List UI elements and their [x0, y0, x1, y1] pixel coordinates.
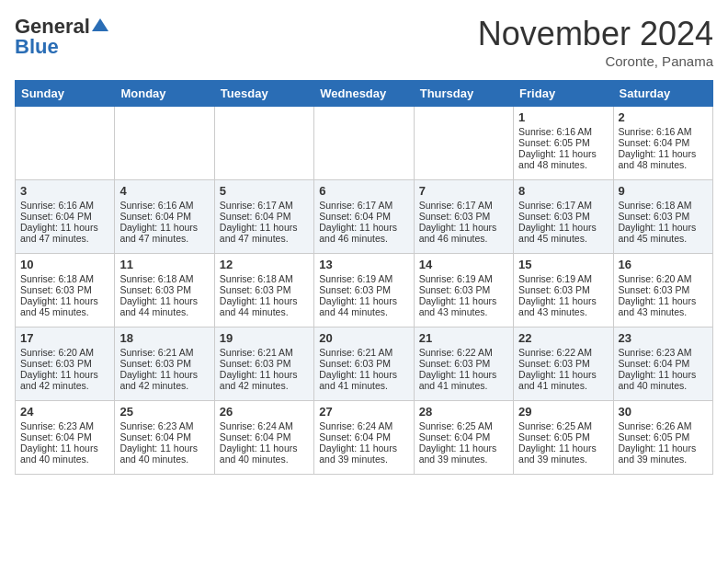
- day-number: 2: [619, 110, 708, 124]
- sunset-text: Sunset: 6:04 PM: [20, 211, 109, 222]
- calendar-cell: 12Sunrise: 6:18 AMSunset: 6:03 PMDayligh…: [214, 254, 313, 327]
- sunset-text: Sunset: 6:04 PM: [220, 211, 309, 222]
- sunset-text: Sunset: 6:04 PM: [20, 431, 109, 442]
- daylight-text: Daylight: 11 hours and 39 minutes.: [619, 442, 708, 465]
- logo-blue: Blue: [15, 35, 59, 59]
- sunrise-text: Sunrise: 6:19 AM: [518, 273, 608, 284]
- calendar-cell: 9Sunrise: 6:18 AMSunset: 6:03 PMDaylight…: [613, 180, 712, 254]
- calendar-cell: 30Sunrise: 6:26 AMSunset: 6:05 PMDayligh…: [613, 401, 712, 475]
- location: Coronte, Panama: [478, 53, 713, 69]
- day-number: 23: [619, 331, 708, 345]
- day-number: 25: [119, 405, 209, 419]
- day-number: 15: [518, 258, 608, 271]
- day-number: 22: [518, 331, 608, 345]
- daylight-text: Daylight: 11 hours and 44 minutes.: [220, 295, 309, 317]
- daylight-text: Daylight: 11 hours and 46 minutes.: [419, 222, 508, 244]
- daylight-text: Daylight: 11 hours and 40 minutes.: [619, 369, 708, 391]
- daylight-text: Daylight: 11 hours and 48 minutes.: [518, 148, 608, 170]
- daylight-text: Daylight: 11 hours and 44 minutes.: [119, 295, 209, 317]
- calendar-cell: 27Sunrise: 6:24 AMSunset: 6:04 PMDayligh…: [314, 401, 414, 475]
- calendar-cell: 1Sunrise: 6:16 AMSunset: 6:05 PMDaylight…: [514, 107, 613, 180]
- calendar-cell: 3Sunrise: 6:16 AMSunset: 6:04 PMDaylight…: [16, 180, 115, 254]
- calendar-day-header: Wednesday: [314, 81, 414, 107]
- daylight-text: Daylight: 11 hours and 41 minutes.: [319, 369, 408, 391]
- daylight-text: Daylight: 11 hours and 40 minutes.: [119, 442, 209, 465]
- daylight-text: Daylight: 11 hours and 47 minutes.: [20, 222, 109, 244]
- calendar-cell: 24Sunrise: 6:23 AMSunset: 6:04 PMDayligh…: [16, 401, 115, 475]
- calendar-table: SundayMondayTuesdayWednesdayThursdayFrid…: [15, 80, 713, 475]
- sunset-text: Sunset: 6:04 PM: [319, 431, 408, 442]
- calendar-cell: 17Sunrise: 6:20 AMSunset: 6:03 PMDayligh…: [16, 327, 115, 401]
- calendar-cell: 5Sunrise: 6:17 AMSunset: 6:04 PMDaylight…: [214, 180, 313, 254]
- sunset-text: Sunset: 6:03 PM: [119, 358, 209, 369]
- day-number: 10: [20, 258, 109, 271]
- sunrise-text: Sunrise: 6:18 AM: [220, 273, 309, 284]
- day-number: 26: [220, 405, 309, 419]
- sunset-text: Sunset: 6:03 PM: [619, 211, 708, 222]
- daylight-text: Daylight: 11 hours and 46 minutes.: [319, 222, 408, 244]
- calendar-cell: 7Sunrise: 6:17 AMSunset: 6:03 PMDaylight…: [414, 180, 513, 254]
- sunrise-text: Sunrise: 6:20 AM: [619, 273, 708, 284]
- day-number: 20: [319, 331, 408, 345]
- sunset-text: Sunset: 6:03 PM: [319, 284, 408, 295]
- calendar-cell: 25Sunrise: 6:23 AMSunset: 6:04 PMDayligh…: [115, 401, 214, 475]
- daylight-text: Daylight: 11 hours and 41 minutes.: [419, 369, 508, 391]
- day-number: 30: [619, 405, 708, 419]
- sunset-text: Sunset: 6:03 PM: [319, 358, 408, 369]
- calendar-cell: 20Sunrise: 6:21 AMSunset: 6:03 PMDayligh…: [314, 327, 414, 401]
- calendar-cell: 19Sunrise: 6:21 AMSunset: 6:03 PMDayligh…: [214, 327, 313, 401]
- day-number: 17: [20, 331, 109, 345]
- day-number: 3: [20, 184, 109, 198]
- daylight-text: Daylight: 11 hours and 42 minutes.: [220, 369, 309, 391]
- day-number: 16: [619, 258, 708, 271]
- day-number: 24: [20, 405, 109, 419]
- calendar-cell: [16, 107, 115, 180]
- calendar-cell: [414, 107, 513, 180]
- day-number: 12: [220, 258, 309, 271]
- day-number: 18: [119, 331, 209, 345]
- daylight-text: Daylight: 11 hours and 42 minutes.: [119, 369, 209, 391]
- calendar-day-header: Tuesday: [214, 81, 313, 107]
- calendar-cell: 11Sunrise: 6:18 AMSunset: 6:03 PMDayligh…: [115, 254, 214, 327]
- daylight-text: Daylight: 11 hours and 47 minutes.: [220, 222, 309, 244]
- sunrise-text: Sunrise: 6:23 AM: [619, 347, 708, 358]
- sunset-text: Sunset: 6:04 PM: [220, 431, 309, 442]
- calendar-cell: 18Sunrise: 6:21 AMSunset: 6:03 PMDayligh…: [115, 327, 214, 401]
- calendar-day-header: Friday: [514, 81, 613, 107]
- sunset-text: Sunset: 6:05 PM: [518, 137, 608, 148]
- day-number: 7: [419, 184, 508, 198]
- day-number: 11: [119, 258, 209, 271]
- day-number: 13: [319, 258, 408, 271]
- sunset-text: Sunset: 6:04 PM: [119, 431, 209, 442]
- calendar-cell: [214, 107, 313, 180]
- sunset-text: Sunset: 6:04 PM: [619, 358, 708, 369]
- daylight-text: Daylight: 11 hours and 47 minutes.: [119, 222, 209, 244]
- calendar-cell: 13Sunrise: 6:19 AMSunset: 6:03 PMDayligh…: [314, 254, 414, 327]
- day-number: 5: [220, 184, 309, 198]
- calendar-cell: 2Sunrise: 6:16 AMSunset: 6:04 PMDaylight…: [613, 107, 712, 180]
- calendar-cell: 28Sunrise: 6:25 AMSunset: 6:04 PMDayligh…: [414, 401, 513, 475]
- calendar-cell: 4Sunrise: 6:16 AMSunset: 6:04 PMDaylight…: [115, 180, 214, 254]
- calendar-week-row: 24Sunrise: 6:23 AMSunset: 6:04 PMDayligh…: [16, 401, 713, 475]
- calendar-week-row: 1Sunrise: 6:16 AMSunset: 6:05 PMDaylight…: [16, 107, 713, 180]
- calendar-cell: 14Sunrise: 6:19 AMSunset: 6:03 PMDayligh…: [414, 254, 513, 327]
- calendar-header-row: SundayMondayTuesdayWednesdayThursdayFrid…: [16, 81, 713, 107]
- sunrise-text: Sunrise: 6:17 AM: [220, 200, 309, 211]
- calendar-body: 1Sunrise: 6:16 AMSunset: 6:05 PMDaylight…: [16, 107, 713, 475]
- calendar-cell: 15Sunrise: 6:19 AMSunset: 6:03 PMDayligh…: [514, 254, 613, 327]
- calendar-day-header: Saturday: [613, 81, 712, 107]
- title-block: November 2024 Coronte, Panama: [478, 15, 713, 69]
- daylight-text: Daylight: 11 hours and 40 minutes.: [20, 442, 109, 465]
- sunset-text: Sunset: 6:03 PM: [220, 284, 309, 295]
- calendar-week-row: 17Sunrise: 6:20 AMSunset: 6:03 PMDayligh…: [16, 327, 713, 401]
- calendar-week-row: 10Sunrise: 6:18 AMSunset: 6:03 PMDayligh…: [16, 254, 713, 327]
- sunset-text: Sunset: 6:03 PM: [518, 284, 608, 295]
- daylight-text: Daylight: 11 hours and 42 minutes.: [20, 369, 109, 391]
- calendar-cell: [115, 107, 214, 180]
- day-number: 9: [619, 184, 708, 198]
- sunrise-text: Sunrise: 6:25 AM: [419, 420, 508, 431]
- sunrise-text: Sunrise: 6:23 AM: [20, 420, 109, 431]
- sunset-text: Sunset: 6:04 PM: [319, 211, 408, 222]
- sunrise-text: Sunrise: 6:16 AM: [518, 126, 608, 137]
- sunrise-text: Sunrise: 6:19 AM: [319, 273, 408, 284]
